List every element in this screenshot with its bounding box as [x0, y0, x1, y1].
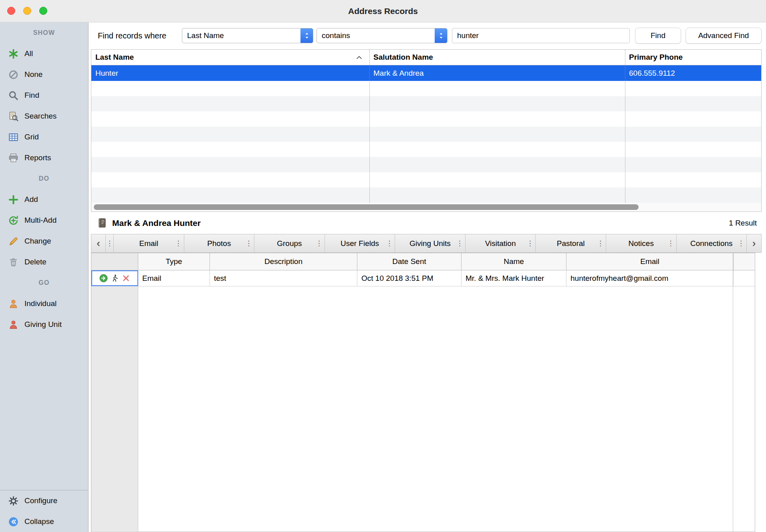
tab-menu-icon[interactable]: ⋮: [316, 234, 323, 252]
delete-x-icon[interactable]: [122, 274, 130, 282]
tab-giving-units[interactable]: Giving Units⋮: [395, 234, 466, 252]
tab-scroll-left-button[interactable]: ‹: [91, 234, 106, 252]
tab-menu-icon[interactable]: ⋮: [386, 234, 393, 252]
tab-visitation[interactable]: Visitation⋮: [466, 234, 536, 252]
tab-menu-icon[interactable]: ⋮: [245, 234, 252, 252]
cell-salutation-name: Mark & Andrea: [369, 65, 625, 81]
empty-row: [91, 127, 761, 142]
cell-description[interactable]: test: [210, 270, 357, 286]
tab-label: Giving Units: [409, 239, 450, 248]
horizontal-scrollbar[interactable]: [91, 203, 761, 212]
empty-row: [91, 111, 761, 127]
sidebar-item-collapse[interactable]: Collapse: [0, 511, 88, 532]
empty-row: [91, 81, 761, 96]
sidebar-item-add[interactable]: Add: [0, 189, 88, 210]
empty-row: [91, 187, 761, 203]
search-document-icon: [8, 111, 19, 122]
sidebar-item-individual[interactable]: Individual: [0, 293, 88, 314]
tab-menu-icon[interactable]: ⋮: [667, 234, 674, 252]
sidebar-item-label: Giving Unit: [24, 320, 62, 329]
sidebar-item-giving-unit[interactable]: Giving Unit: [0, 314, 88, 335]
tab-groups[interactable]: Groups⋮: [254, 234, 325, 252]
tab-menu-icon[interactable]: ⋮: [175, 234, 182, 252]
sidebar-item-configure[interactable]: Configure: [0, 490, 88, 511]
column-header-name[interactable]: Name: [462, 253, 566, 270]
detail-tab-bar: ‹ ⋮ Email⋮ Photos⋮ Groups⋮ User Fields⋮ …: [91, 234, 762, 253]
title-bar: Address Records: [0, 0, 766, 22]
cell-name[interactable]: Mr. & Mrs. Mark Hunter: [462, 270, 566, 286]
open-record-arrow-icon[interactable]: [99, 274, 108, 282]
tab-scroll-right-button[interactable]: ›: [747, 234, 761, 252]
tab-menu-icon[interactable]: ⋮: [526, 234, 533, 252]
empty-row: [91, 157, 761, 172]
field-dropdown[interactable]: Last Name: [182, 28, 313, 43]
printer-icon: [8, 153, 19, 163]
sidebar-item-grid[interactable]: Grid: [0, 127, 88, 147]
column-header-label: Last Name: [95, 53, 134, 62]
sidebar-section-go: GO: [0, 272, 88, 293]
sidebar-section-do: DO: [0, 168, 88, 189]
detail-row[interactable]: Email test Oct 10 2018 3:51 PM Mr. & Mrs…: [91, 270, 755, 286]
column-header-actions: [91, 253, 138, 270]
find-records-where-label: Find records where: [98, 22, 166, 49]
tab-overflow-dots[interactable]: ⋮: [106, 234, 114, 252]
sidebar-item-find[interactable]: Find: [0, 85, 88, 106]
tab-connections[interactable]: Connections⋮: [677, 234, 747, 252]
plus-icon: [8, 194, 19, 205]
runner-person-icon[interactable]: [111, 274, 119, 282]
sidebar-item-label: Individual: [24, 299, 56, 308]
record-name: Mark & Andrea Hunter: [112, 218, 201, 228]
column-header-last-name[interactable]: Last Name: [91, 50, 369, 65]
search-input[interactable]: [452, 28, 630, 43]
operator-dropdown[interactable]: contains: [316, 28, 448, 43]
column-separator: [369, 50, 370, 204]
sidebar-item-all[interactable]: All: [0, 43, 88, 64]
tab-menu-icon[interactable]: ⋮: [738, 234, 744, 252]
cell-email[interactable]: hunterofmyheart@gmail.com: [566, 270, 734, 286]
result-row-selected[interactable]: Hunter Mark & Andrea 606.555.9112: [91, 65, 761, 81]
tab-menu-icon[interactable]: ⋮: [597, 234, 604, 252]
empty-row: [91, 172, 761, 187]
tab-pastoral[interactable]: Pastoral⋮: [536, 234, 606, 252]
collapse-circle-icon: [8, 516, 19, 527]
advanced-find-button[interactable]: Advanced Find: [685, 28, 762, 44]
sidebar-item-label: Change: [24, 237, 51, 246]
cell-type[interactable]: Email: [138, 270, 210, 286]
sidebar-item-delete[interactable]: Delete: [0, 252, 88, 272]
sidebar-item-none[interactable]: None: [0, 64, 88, 85]
sidebar-section-show: SHOW: [0, 22, 88, 43]
detail-row-actions-cell[interactable]: [91, 270, 138, 286]
column-header-date-sent[interactable]: Date Sent: [357, 253, 462, 270]
cell-date-sent[interactable]: Oct 10 2018 3:51 PM: [357, 270, 462, 286]
window-title: Address Records: [0, 0, 766, 22]
column-header-description[interactable]: Description: [210, 253, 357, 270]
tab-email[interactable]: Email⋮: [114, 234, 184, 252]
trash-icon: [8, 257, 19, 268]
multi-add-icon: [8, 215, 19, 226]
results-table-header: Last Name Salutation Name Primary Phone: [91, 50, 761, 65]
tab-label: User Fields: [341, 239, 379, 248]
cell-last-name: Hunter: [91, 65, 369, 81]
column-header-primary-phone[interactable]: Primary Phone: [625, 50, 761, 65]
sidebar-item-change[interactable]: Change: [0, 231, 88, 252]
tab-menu-icon[interactable]: ⋮: [456, 234, 463, 252]
sidebar-item-multi-add[interactable]: Multi-Add: [0, 210, 88, 231]
sidebar-item-reports[interactable]: Reports: [0, 147, 88, 168]
sidebar-footer: Configure Collapse: [0, 490, 88, 532]
grid-icon: [8, 132, 19, 143]
field-dropdown-value: Last Name: [182, 31, 300, 40]
find-button[interactable]: Find: [635, 28, 681, 44]
column-header-type[interactable]: Type: [138, 253, 210, 270]
tab-notices[interactable]: Notices⋮: [606, 234, 677, 252]
column-header-salutation-name[interactable]: Salutation Name: [369, 50, 625, 65]
column-header-email[interactable]: Email: [566, 253, 734, 270]
address-book-icon: [97, 218, 107, 228]
tab-user-fields[interactable]: User Fields⋮: [325, 234, 395, 252]
sidebar-item-searches[interactable]: Searches: [0, 106, 88, 127]
person-icon: [8, 298, 19, 309]
empty-row: [91, 142, 761, 157]
scrollbar-thumb[interactable]: [94, 204, 639, 210]
operator-dropdown-value: contains: [317, 31, 435, 40]
tab-photos[interactable]: Photos⋮: [184, 234, 255, 252]
tab-label: Pastoral: [557, 239, 585, 248]
